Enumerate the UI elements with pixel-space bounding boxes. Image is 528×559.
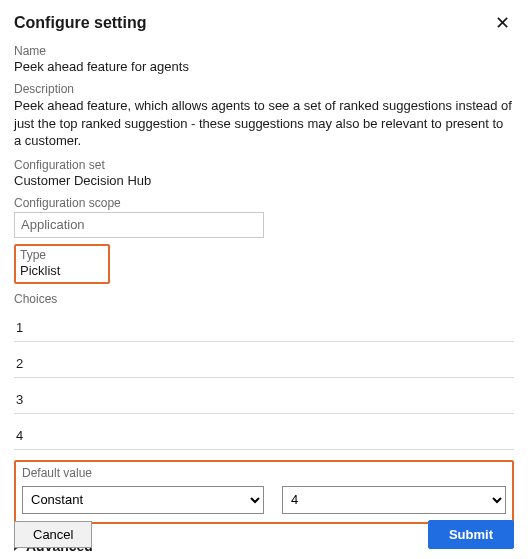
- choice-row: 2: [14, 342, 514, 378]
- choices-label: Choices: [14, 292, 514, 306]
- type-label: Type: [20, 248, 104, 262]
- dialog-title: Configure setting: [14, 14, 146, 32]
- choice-row: 3: [14, 378, 514, 414]
- config-scope-input[interactable]: [14, 212, 264, 238]
- submit-button[interactable]: Submit: [428, 520, 514, 549]
- cancel-button[interactable]: Cancel: [14, 521, 92, 548]
- type-value: Picklist: [20, 263, 104, 278]
- config-set-label: Configuration set: [14, 158, 514, 172]
- choice-row: 4: [14, 414, 514, 450]
- dialog-header: Configure setting ✕: [14, 12, 514, 34]
- name-label: Name: [14, 44, 514, 58]
- choice-row: 1: [14, 306, 514, 342]
- dialog-footer: Cancel Submit: [14, 520, 514, 549]
- default-value-highlight: Default value Constant 4: [14, 460, 514, 524]
- default-value-label: Default value: [22, 466, 506, 480]
- description-value: Peek ahead feature, which allows agents …: [14, 97, 514, 150]
- config-scope-label: Configuration scope: [14, 196, 514, 210]
- type-highlight: Type Picklist: [14, 244, 110, 284]
- close-icon[interactable]: ✕: [491, 12, 514, 34]
- config-set-value: Customer Decision Hub: [14, 173, 514, 188]
- default-value-select[interactable]: 4: [282, 486, 506, 514]
- choices-section: Choices 1 2 3 4: [14, 292, 514, 450]
- description-label: Description: [14, 82, 514, 96]
- name-value: Peek ahead feature for agents: [14, 59, 514, 74]
- default-kind-select[interactable]: Constant: [22, 486, 264, 514]
